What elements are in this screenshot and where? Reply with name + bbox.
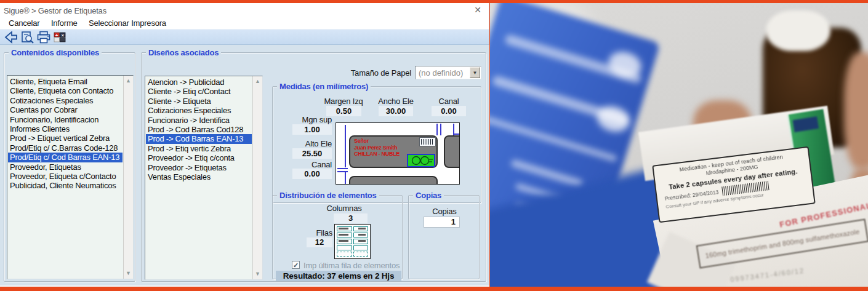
margin-guide-line (453, 134, 460, 135)
list-item[interactable]: Proveedor -> Etiq c/conta (146, 153, 252, 162)
label-preview: Señor Juan Perez Smith CHILLAN - NUBLE (336, 122, 460, 185)
grid-setup-icon[interactable]: +× (52, 31, 67, 44)
contenidos-listbox[interactable]: Cliente, Etiqueta EmailCliente, Etiqueta… (7, 75, 134, 279)
imp-ultima-fila-checkbox[interactable]: ✓ (292, 261, 300, 269)
columnas-label: Columnas (313, 204, 375, 213)
filas-label: Filas (289, 228, 332, 237)
copias-input[interactable]: 1 (424, 217, 460, 228)
group-disenos-title: Diseños asociados (146, 48, 221, 57)
ancho-ele-label: Ancho Ele (371, 97, 420, 106)
list-item[interactable]: Cotizaciones Especiales (8, 96, 123, 105)
group-medidas: Medidas (en milímetros) Margen Izq 0.50 … (272, 86, 481, 203)
list-item[interactable]: Prod -> Etiquet vertical Zebra (8, 134, 123, 143)
list-item[interactable]: Ventas Especiales (146, 172, 252, 181)
preview-label-bottom-partial (349, 176, 438, 185)
list-item[interactable]: Prod/Etiq c/ C.Barras Code-128 (8, 143, 123, 153)
paper-size-label: Tamaño de Papel (326, 68, 411, 78)
list-item[interactable]: Cliente, Etiqueta con Contacto (8, 86, 123, 95)
list-item[interactable]: Proveedor, Etiqueta c/Contacto (8, 172, 123, 181)
back-icon[interactable] (4, 31, 19, 44)
list-item[interactable]: Atencion -> Publicidad (146, 78, 252, 87)
menu-seleccionar-impresora[interactable]: Seleccionar Impresora (84, 18, 171, 28)
resultado-status: Resultado: 37 elems en 2 Hjs (276, 271, 401, 281)
screenshot-root: Sigue® > Gestor de Etiquetas ✕ Cancelar … (0, 0, 868, 291)
title-bar: Sigue® > Gestor de Etiquetas ✕ (0, 3, 489, 17)
print-preview-icon[interactable] (20, 31, 35, 44)
menu-informe[interactable]: Informe (47, 18, 82, 28)
canal-left-value[interactable]: 0.00 (292, 169, 332, 179)
bottle-cap (766, 10, 830, 51)
list-item[interactable]: Cotizaciones Especiales (146, 106, 252, 115)
preview-label-right-partial (444, 135, 460, 168)
mgn-sup-value[interactable]: 1.00 (292, 124, 332, 135)
canal-top-value[interactable]: 0.00 (432, 106, 466, 116)
disenos-listbox[interactable]: Atencion -> PublicidadCliente -> Etiq c/… (145, 76, 263, 280)
columnas-value[interactable]: 3 (334, 213, 368, 223)
list-item[interactable]: Funcionario -> Identifica (146, 116, 252, 125)
window-title: Sigue® > Gestor de Etiquetas (4, 6, 106, 15)
paper-size-dropdown[interactable]: (no definido) ▼ (415, 66, 481, 79)
canal-guide-line (440, 124, 441, 135)
imp-ultima-fila-label: Imp última fila de elementos (303, 261, 400, 270)
client-area: Contenidos disponibles Cliente, Etiqueta… (0, 45, 489, 285)
dropdown-arrow-icon[interactable]: ▼ (470, 67, 480, 78)
group-disenos: Diseños asociados Tamaño de Papel (no de… (141, 52, 486, 282)
pharmacy-photo: Medication - keep out of reach of childr… (490, 3, 868, 287)
svg-text:+: + (55, 33, 58, 38)
filas-value[interactable]: 12 (307, 237, 332, 247)
list-item[interactable]: Proveedor, Etiquetas (8, 162, 123, 172)
preview-logo (407, 154, 435, 167)
app-window: Sigue® > Gestor de Etiquetas ✕ Cancelar … (0, 3, 489, 287)
green-box-brand-tag (792, 116, 819, 132)
contenidos-scrollbar[interactable]: ▲ ▼ (123, 76, 133, 279)
copias-label: Copias (414, 207, 475, 216)
list-item[interactable]: Cuentas por Cobrar (8, 105, 123, 114)
scroll-down-icon[interactable]: ▼ (253, 269, 262, 279)
contenidos-list: Cliente, Etiqueta EmailCliente, Etiqueta… (8, 77, 123, 277)
preview-barcode-icon (420, 138, 435, 146)
list-item[interactable]: Prod -> Cod Barras EAN-13 (146, 134, 252, 143)
printer-icon[interactable] (36, 31, 51, 44)
ancho-ele-value[interactable]: 30.00 (379, 106, 413, 116)
list-item[interactable]: Prod -> Cod Barras Cod128 (146, 125, 252, 134)
bottom-accent-stripe (0, 287, 868, 291)
list-item[interactable]: Publicidad, Cliente Neumaticos (8, 181, 123, 190)
list-item[interactable]: Prod -> Etiq vertic Zebra (146, 144, 252, 153)
paper-size-value: (no definido) (419, 68, 463, 78)
scroll-up-icon[interactable]: ▲ (124, 76, 133, 86)
alto-ele-label: Alto Ele (279, 139, 332, 148)
margin-guide-line (345, 172, 346, 185)
list-item[interactable]: Cliente -> Etiq c/Contact (146, 87, 252, 96)
list-item[interactable]: Informes Clientes (8, 124, 123, 134)
disenos-list: Atencion -> PublicidadCliente -> Etiq c/… (146, 78, 252, 278)
margin-guide-line (345, 125, 346, 167)
hand-fingers (844, 52, 868, 169)
scroll-up-icon[interactable]: ▲ (253, 77, 262, 86)
menu-cancelar[interactable]: Cancelar (4, 18, 44, 28)
list-item[interactable]: Prod/Etiq c/ Cod Barras EAN-13 (8, 153, 123, 162)
list-item[interactable]: Funcionario, Identificacion (8, 115, 123, 124)
group-distribucion-title: Distribución de elementos (277, 191, 379, 200)
mgn-sup-label: Mgn sup (279, 115, 332, 124)
group-medidas-title: Medidas (en milímetros) (277, 82, 371, 91)
group-copias-title: Copias (413, 191, 444, 200)
layout-grid-icon (334, 224, 371, 259)
list-item[interactable]: Proveedor -> Etiquetas (146, 163, 252, 172)
list-item[interactable]: Cliente, Etiqueta Email (8, 77, 123, 86)
canal-guide-line (337, 168, 348, 169)
menu-bar: Cancelar Informe Seleccionar Impresora (0, 17, 489, 29)
scroll-down-icon[interactable]: ▼ (124, 269, 133, 278)
canal-left-label: Canal (279, 160, 332, 169)
canal-guide-line (436, 124, 438, 135)
preview-label-text: Señor Juan Perez Smith CHILLAN - NUBLE (354, 138, 400, 157)
list-item[interactable]: Cliente -> Etiqueta (146, 97, 252, 106)
margen-izq-label: Margen Izq (319, 97, 368, 106)
toolbar: +× (0, 29, 489, 45)
group-distribucion: Distribución de elementos Columnas 3 Fil… (272, 195, 403, 279)
disenos-scrollbar[interactable]: ▲ ▼ (252, 76, 262, 279)
group-contenidos-title: Contenidos disponibles (9, 48, 102, 57)
alto-ele-value[interactable]: 25.50 (292, 148, 332, 159)
group-copias: Copias Copias 1 (408, 195, 480, 279)
close-icon[interactable]: ✕ (472, 5, 483, 15)
canal-top-label: Canal (424, 97, 473, 106)
